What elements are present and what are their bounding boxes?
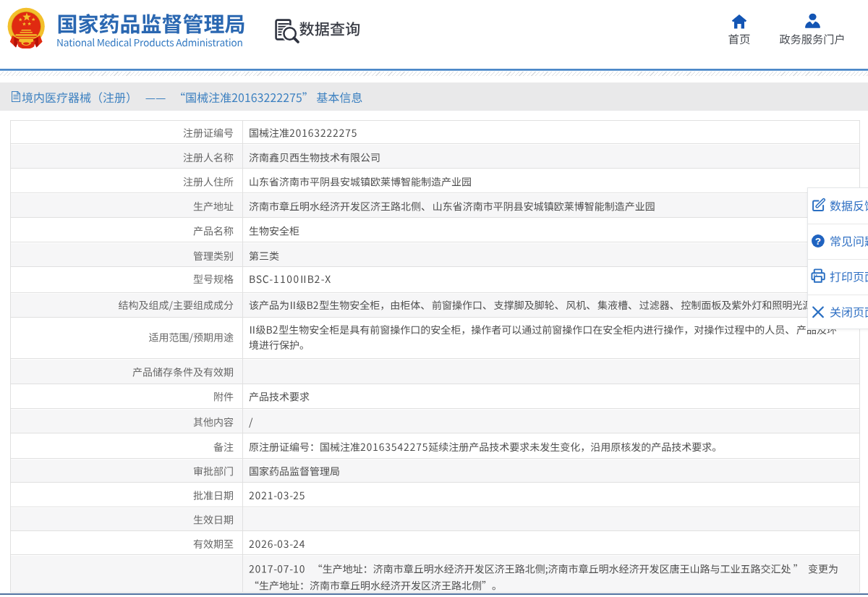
- svg-text:?: ?: [815, 236, 821, 247]
